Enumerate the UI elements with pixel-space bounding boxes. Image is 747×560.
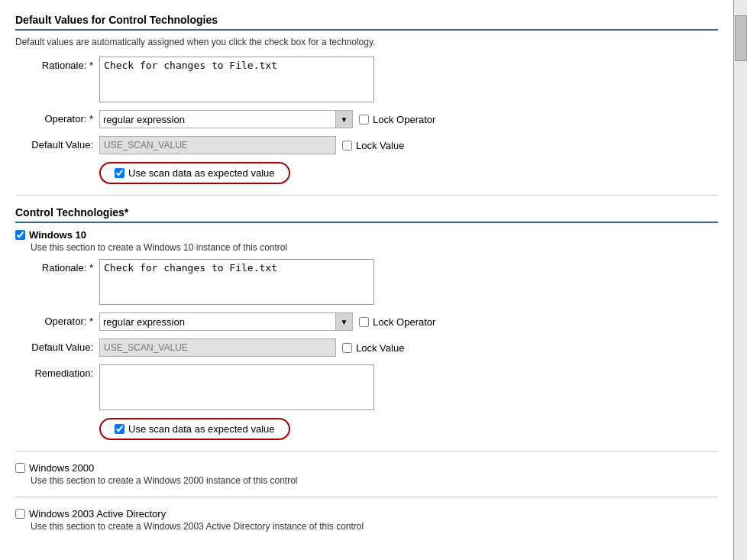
windows-2003ad-checkbox-row: Windows 2003 Active Directory	[15, 508, 718, 520]
windows-2000-desc: Use this section to create a Windows 200…	[31, 475, 718, 486]
win10-operator-label: Operator: *	[15, 312, 99, 327]
win10-rationale-control: Check for changes to File.txt	[99, 259, 718, 305]
win10-remediation-control	[99, 364, 718, 410]
lock-operator-checkbox[interactable]	[359, 115, 369, 125]
scrollbar[interactable]	[733, 0, 747, 560]
win10-lock-operator-checkbox[interactable]	[359, 317, 369, 327]
win10-operator-dropdown-arrow[interactable]: ▼	[336, 312, 353, 331]
win10-divider	[15, 451, 718, 452]
lock-value-row: Lock Value	[342, 140, 404, 151]
scan-data-container: Use scan data as expected value	[99, 162, 718, 184]
section-divider	[15, 195, 718, 196]
default-value-row: Default Value: Lock Value	[15, 136, 718, 154]
use-scan-label: Use scan data as expected value	[128, 167, 275, 179]
default-values-section: Default Values for Control Technologies …	[15, 14, 718, 184]
win10-rationale-row: Rationale: * Check for changes to File.t…	[15, 259, 718, 305]
control-technologies-title: Control Technologies*	[15, 206, 718, 223]
windows-10-desc: Use this section to create a Windows 10 …	[31, 242, 718, 253]
operator-label: Operator: *	[15, 110, 99, 125]
windows-10-label: Windows 10	[29, 229, 86, 241]
win10-default-value-label: Default Value:	[15, 338, 99, 353]
win10-remediation-input[interactable]	[99, 364, 374, 410]
lock-value-label: Lock Value	[356, 140, 404, 151]
win10-scan-data-container: Use scan data as expected value	[99, 418, 718, 440]
win10-default-value-input[interactable]	[99, 338, 336, 357]
default-values-subtitle: Default values are automatically assigne…	[15, 37, 718, 47]
rationale-label: Rationale: *	[15, 57, 99, 71]
win10-lock-value-label: Lock Value	[356, 342, 404, 354]
win10-default-value-control: Lock Value	[99, 338, 718, 357]
operator-dropdown-arrow[interactable]: ▼	[336, 110, 353, 128]
scan-data-oval: Use scan data as expected value	[99, 162, 290, 184]
win10-operator-row: Operator: * regular expression equals ▼ …	[15, 312, 718, 331]
win10-lock-operator-label: Lock Operator	[373, 316, 435, 328]
windows-2003ad-checkbox[interactable]	[15, 509, 25, 519]
win10-operator-control: regular expression equals ▼ Lock Operato…	[99, 312, 718, 331]
win2000-divider	[15, 497, 718, 497]
win10-lock-value-row: Lock Value	[342, 342, 404, 354]
win10-lock-operator-row: Lock Operator	[359, 316, 435, 328]
operator-select-wrapper: regular expression equals not equals con…	[99, 110, 353, 128]
win10-lock-value-checkbox[interactable]	[342, 343, 352, 353]
windows-2003ad-label: Windows 2003 Active Directory	[29, 508, 166, 520]
windows-10-checkbox-row: Windows 10	[15, 229, 718, 241]
win10-rationale-label: Rationale: *	[15, 259, 99, 274]
default-value-control: Lock Value	[99, 136, 718, 154]
windows-2000-item: Windows 2000 Use this section to create …	[15, 462, 718, 486]
windows-2003ad-desc: Use this section to create a Windows 200…	[31, 521, 718, 532]
lock-operator-label: Lock Operator	[373, 114, 435, 125]
windows-2000-label: Windows 2000	[29, 462, 94, 474]
win10-use-scan-label: Use scan data as expected value	[128, 423, 275, 435]
win10-use-scan-checkbox[interactable]	[115, 424, 124, 434]
rationale-control: Check for changes to File.txt	[99, 57, 718, 102]
windows-2000-checkbox[interactable]	[15, 463, 25, 473]
default-values-title: Default Values for Control Technologies	[15, 14, 718, 31]
windows-2000-checkbox-row: Windows 2000	[15, 462, 718, 474]
operator-select[interactable]: regular expression equals not equals con…	[99, 110, 336, 128]
scrollbar-thumb[interactable]	[735, 15, 747, 61]
use-scan-checkbox[interactable]	[115, 168, 124, 178]
lock-value-checkbox[interactable]	[342, 141, 352, 151]
default-value-input[interactable]	[99, 136, 336, 154]
win10-rationale-input[interactable]: Check for changes to File.txt	[99, 259, 374, 305]
windows-10-item: Windows 10 Use this section to create a …	[15, 229, 718, 440]
win10-operator-select-wrapper: regular expression equals ▼	[99, 312, 353, 331]
lock-operator-row: Lock Operator	[359, 114, 435, 125]
win10-remediation-row: Remediation:	[15, 364, 718, 410]
control-technologies-section: Control Technologies* Windows 10 Use thi…	[15, 206, 718, 532]
windows-10-checkbox[interactable]	[15, 230, 25, 240]
default-value-label: Default Value:	[15, 136, 99, 151]
rationale-row: Rationale: * Check for changes to File.t…	[15, 57, 718, 102]
rationale-input[interactable]: Check for changes to File.txt	[99, 57, 374, 102]
operator-control: regular expression equals not equals con…	[99, 110, 718, 128]
win10-default-value-row: Default Value: Lock Value	[15, 338, 718, 357]
win10-scan-data-oval: Use scan data as expected value	[99, 418, 290, 440]
win10-operator-select[interactable]: regular expression equals	[99, 312, 336, 331]
win10-remediation-label: Remediation:	[15, 364, 99, 379]
operator-row: Operator: * regular expression equals no…	[15, 110, 718, 128]
windows-2003ad-item: Windows 2003 Active Directory Use this s…	[15, 508, 718, 532]
